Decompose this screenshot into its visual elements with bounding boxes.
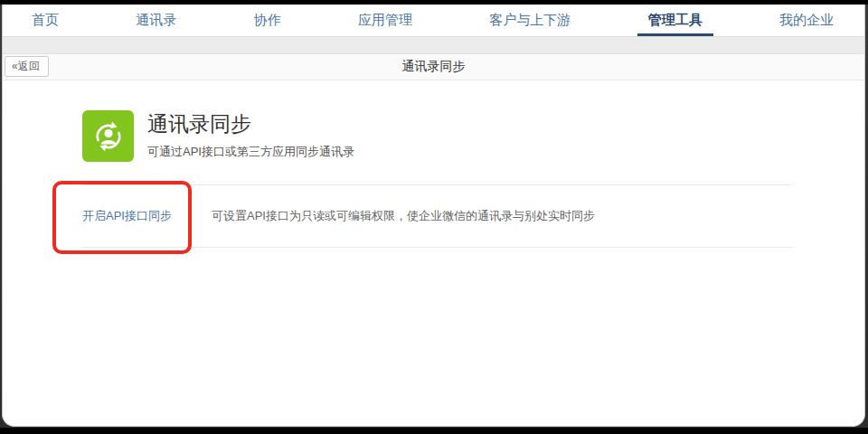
page-subheader: «返回 通讯录同步	[3, 53, 864, 80]
nav-item-customers[interactable]: 客户与上下游	[478, 5, 581, 36]
feature-header: 通讯录同步 可通过API接口或第三方应用同步通讯录	[82, 110, 864, 162]
app-window: 首页 通讯录 协作 应用管理 客户与上下游 管理工具 我的企业 «返回 通讯录同…	[2, 5, 865, 427]
feature-title: 通讯录同步	[147, 111, 354, 137]
spacer-band	[3, 37, 864, 53]
nav-item-management-tools[interactable]: 管理工具	[637, 5, 713, 36]
feature-header-text: 通讯录同步 可通过API接口或第三方应用同步通讯录	[147, 110, 354, 160]
nav-item-my-enterprise[interactable]: 我的企业	[769, 5, 844, 36]
open-api-sync-link[interactable]: 开启API接口同步	[82, 208, 212, 224]
settings-list: 开启API接口同步 可设置API接口为只读或可编辑权限，使企业微信的通讯录与别处…	[82, 184, 792, 248]
feature-subtitle: 可通过API接口或第三方应用同步通讯录	[147, 144, 354, 160]
main-content: 通讯录同步 可通过API接口或第三方应用同步通讯录 开启API接口同步 可设置A…	[3, 80, 864, 248]
nav-item-contacts[interactable]: 通讯录	[125, 5, 187, 36]
contact-sync-icon	[82, 110, 134, 162]
nav-item-collaboration[interactable]: 协作	[243, 5, 292, 36]
settings-row-api-sync: 开启API接口同步 可设置API接口为只读或可编辑权限，使企业微信的通讯录与别处…	[82, 185, 792, 247]
nav-item-app-management[interactable]: 应用管理	[347, 5, 423, 36]
api-sync-description: 可设置API接口为只读或可编辑权限，使企业微信的通讯录与别处实时同步	[212, 208, 595, 224]
top-navigation: 首页 通讯录 协作 应用管理 客户与上下游 管理工具 我的企业	[3, 5, 864, 37]
back-button[interactable]: «返回	[5, 56, 49, 77]
page-title: 通讯录同步	[402, 59, 466, 75]
nav-item-home[interactable]: 首页	[21, 5, 70, 36]
